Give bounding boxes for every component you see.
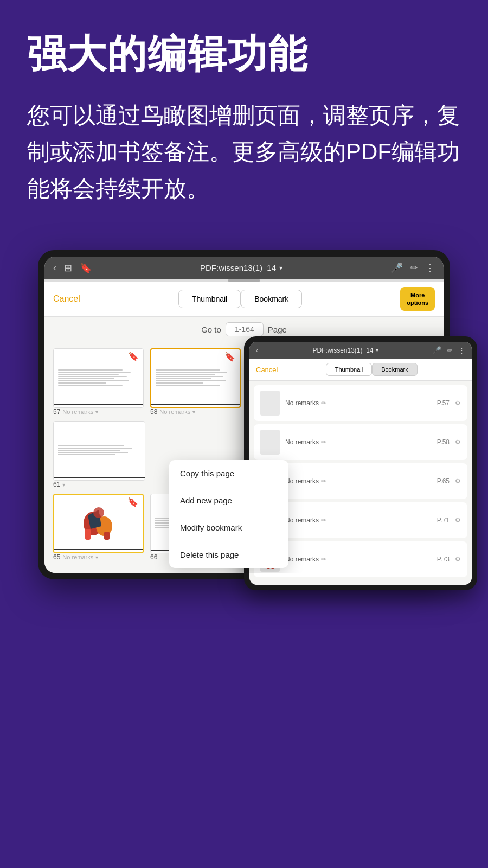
- bm-title-58: No remarks ✏: [285, 438, 432, 446]
- sec-tab-thumbnail[interactable]: Thumbnail: [326, 363, 372, 376]
- thumb-label-65: 65 No remarks ▾: [53, 553, 144, 561]
- bm-edit-icon-57[interactable]: ✏: [321, 399, 326, 407]
- thumb-remark-57: No remarks: [62, 409, 93, 415]
- scroll-thumb: [228, 279, 260, 282]
- bm-title-71: No remarks ✏: [285, 516, 432, 524]
- svg-rect-12: [104, 532, 110, 540]
- bm-title-text-57: No remarks: [285, 399, 319, 407]
- tablet-topbar: ‹ ⊞ 🔖 PDF:wissen13(1)_14 ▾ 🎤 ✏ ⋮: [44, 257, 444, 279]
- bm-gear-icon-58[interactable]: ⚙: [455, 438, 461, 446]
- bm-page-73: P.73: [437, 556, 450, 563]
- thumb-chevron-61[interactable]: ▾: [62, 482, 65, 488]
- document-title: PDF:wissen13(1)_14 ▾: [99, 263, 383, 272]
- page-label: Page: [268, 325, 287, 334]
- thumb-image-61[interactable]: [53, 421, 145, 481]
- sec-mic-icon[interactable]: 🎤: [433, 346, 441, 354]
- thumb-lines-57: [54, 365, 143, 391]
- bm-edit-icon-58[interactable]: ✏: [321, 438, 326, 446]
- sec-tab-bookmark[interactable]: Bookmark: [372, 363, 418, 376]
- sec-topbar: ‹ PDF:wissen13(1)_14 ▾ 🎤 ✏ ⋮: [249, 342, 472, 359]
- sec-chevron-icon: ▾: [376, 347, 378, 353]
- bm-page-58: P.58: [437, 438, 450, 446]
- bm-edit-icon-73[interactable]: ✏: [321, 556, 326, 563]
- thumb-chevron-65[interactable]: ▾: [95, 554, 98, 560]
- back-icon[interactable]: ‹: [53, 262, 56, 273]
- sec-doc-title: PDF:wissen13(1)_14 ▾: [264, 347, 427, 354]
- bm-info-57: No remarks ✏: [285, 399, 432, 407]
- tab-pills: Thumbnail Bookmark: [80, 290, 400, 308]
- thumb-num-61: 61: [53, 481, 60, 488]
- bm-title-text-73: No remarks: [285, 556, 319, 563]
- sec-pen-icon[interactable]: ✏: [447, 346, 453, 354]
- bm-gear-icon-65[interactable]: ⚙: [455, 477, 461, 485]
- scroll-bar: [44, 279, 444, 282]
- bm-title-57: No remarks ✏: [285, 399, 432, 407]
- bm-info-58: No remarks ✏: [285, 438, 432, 446]
- bookmark-marker-65: 🔖: [127, 497, 138, 507]
- bm-edit-icon-65[interactable]: ✏: [321, 477, 326, 485]
- svg-rect-11: [85, 529, 91, 540]
- pen-icon[interactable]: ✏: [410, 263, 418, 273]
- sec-title-text: PDF:wissen13(1)_14: [312, 347, 373, 354]
- thumb-image-65[interactable]: 🔖: [53, 494, 144, 553]
- figure-illustration-65: [77, 499, 120, 548]
- bm-thumb-57: [260, 391, 280, 416]
- context-copy-page[interactable]: Copy this page: [169, 460, 288, 487]
- bm-thumb-58: [260, 430, 280, 455]
- sec-back-icon[interactable]: ‹: [256, 347, 258, 354]
- context-add-page[interactable]: Add new page: [169, 487, 288, 514]
- tab-bar: Cancel Thumbnail Bookmark More options: [44, 282, 444, 317]
- thumb-cell-65: 🔖: [53, 494, 144, 562]
- thumb-num-66: 66: [150, 553, 157, 561]
- tab-bookmark[interactable]: Bookmark: [241, 290, 302, 308]
- hero-section: 强大的编辑功能 您可以通过鸟瞰图增删页面，调整页序，复制或添加书签备注。更多高级…: [0, 0, 488, 228]
- thumb-chevron-58[interactable]: ▾: [192, 409, 195, 415]
- thumb-num-58: 58: [150, 408, 157, 416]
- hero-title: 强大的编辑功能: [27, 33, 461, 75]
- bm-page-71: P.71: [437, 516, 450, 524]
- bm-gear-icon-73[interactable]: ⚙: [455, 556, 461, 563]
- bookmark-item-57: No remarks ✏ P.57 ⚙: [254, 385, 467, 421]
- thumb-image-58[interactable]: 🔖: [150, 348, 241, 408]
- topbar-right: 🎤 ✏ ⋮: [391, 262, 435, 274]
- thumb-chevron-57[interactable]: ▾: [95, 409, 98, 415]
- thumb-remark-65: No remarks: [62, 554, 93, 560]
- bm-info-73: No remarks ✏: [285, 556, 432, 563]
- sec-cancel-button[interactable]: Cancel: [256, 366, 278, 374]
- thumb-cell-57: 🔖: [53, 348, 144, 417]
- bm-page-57: P.57: [437, 399, 450, 407]
- thumb-num-57: 57: [53, 408, 60, 416]
- bm-gear-icon-71[interactable]: ⚙: [455, 516, 461, 524]
- bookmark-icon-top[interactable]: 🔖: [80, 262, 92, 274]
- more-icon[interactable]: ⋮: [425, 262, 435, 274]
- bm-page-65: P.65: [437, 477, 450, 485]
- goto-input[interactable]: [226, 322, 264, 336]
- thumb-image-57[interactable]: 🔖: [53, 348, 144, 408]
- bm-title-text-71: No remarks: [285, 516, 319, 524]
- thumb-lines-61: [54, 441, 145, 461]
- thumb-label-58: 58 No remarks ▾: [150, 408, 241, 416]
- chevron-icon: ▾: [279, 264, 282, 272]
- grid-icon[interactable]: ⊞: [64, 262, 72, 274]
- bm-title-text-65: No remarks: [285, 477, 319, 485]
- thumb-cell-58: 🔖: [150, 348, 241, 417]
- bm-info-65: No remarks ✏: [285, 477, 432, 485]
- sec-pills: Thumbnail Bookmark: [278, 363, 465, 376]
- sec-more-icon[interactable]: ⋮: [458, 346, 465, 354]
- bm-title-65: No remarks ✏: [285, 477, 432, 485]
- bookmark-marker-58: 🔖: [224, 352, 235, 362]
- svg-point-10: [93, 507, 104, 518]
- bookmark-marker-57: 🔖: [128, 351, 139, 361]
- tab-thumbnail[interactable]: Thumbnail: [178, 290, 241, 308]
- cancel-button[interactable]: Cancel: [53, 294, 80, 304]
- more-options-button[interactable]: More options: [400, 287, 435, 311]
- bm-gear-icon-57[interactable]: ⚙: [455, 399, 461, 407]
- bm-title-73: No remarks ✏: [285, 556, 432, 563]
- goto-label: Go to: [201, 325, 221, 334]
- doc-title-text: PDF:wissen13(1)_14: [200, 263, 276, 272]
- context-modify-bookmark[interactable]: Modify bookmark: [169, 514, 288, 541]
- bm-edit-icon-71[interactable]: ✏: [321, 516, 326, 524]
- thumb-num-65: 65: [53, 553, 60, 561]
- microphone-icon[interactable]: 🎤: [391, 262, 403, 274]
- context-delete-page[interactable]: Delete this page: [169, 541, 288, 568]
